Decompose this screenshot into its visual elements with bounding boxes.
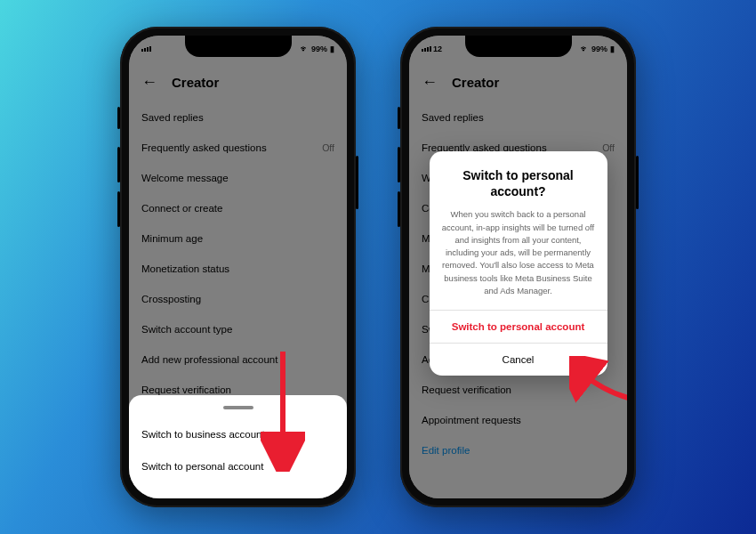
wifi-icon: ᯤ [301,44,309,53]
phone-vol-up [117,147,120,182]
confirm-modal: Switch to personal account? When you swi… [430,151,607,376]
signal-icon [422,46,431,52]
phone-mute-switch [117,107,120,129]
battery-label: 99% [591,44,607,53]
annotation-arrow-icon [569,356,627,409]
screen-left: ᯤ99%▮ ← Creator Saved replies Frequently… [129,36,347,498]
sheet-switch-business[interactable]: Switch to business account [129,418,347,450]
screen-right: 12 ᯤ99%▮ ← Creator Saved replies Frequen… [409,36,627,498]
notch [185,36,292,57]
modal-title: Switch to personal account? [442,167,595,199]
phone-mute-switch [398,107,400,129]
phone-power-button [636,156,639,209]
phone-vol-down [117,191,120,227]
modal-text: When you switch back to a personal accou… [442,208,595,297]
phone-frame-left: ᯤ99%▮ ← Creator Saved replies Frequently… [120,27,356,507]
battery-icon: ▮ [610,44,615,53]
battery-label: 99% [311,44,327,53]
phone-vol-down [398,191,400,227]
phone-vol-up [398,147,400,182]
bottom-sheet: Switch to business account Switch to per… [129,395,347,498]
time-label: 12 [433,44,442,53]
sheet-switch-personal[interactable]: Switch to personal account [129,450,347,482]
modal-confirm-button[interactable]: Switch to personal account [430,310,607,343]
modal-body: Switch to personal account? When you swi… [430,151,607,310]
sheet-drag-handle[interactable] [223,406,253,409]
phone-frame-right: 12 ᯤ99%▮ ← Creator Saved replies Frequen… [400,27,636,507]
signal-icon [141,46,151,52]
phone-power-button [356,156,358,209]
annotation-arrow-icon [261,347,305,472]
notch [465,36,572,57]
battery-icon: ▮ [330,44,334,53]
wifi-icon: ᯤ [581,44,589,53]
